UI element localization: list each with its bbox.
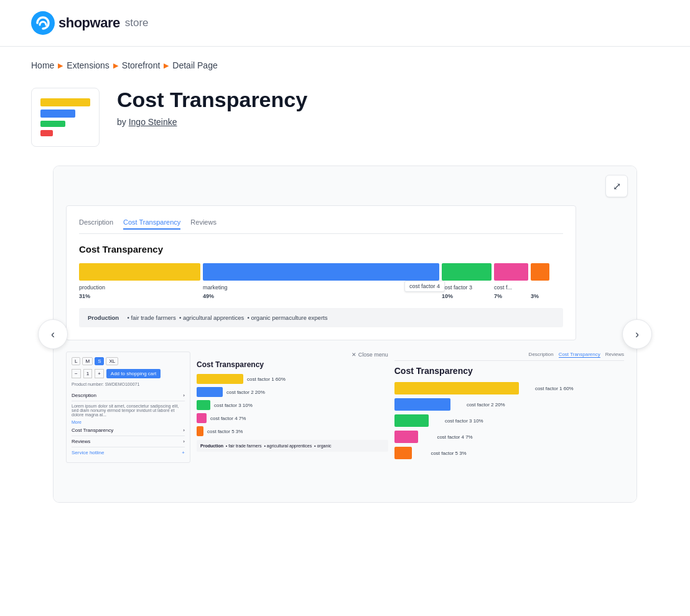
ss-qty-value: 1 <box>83 369 92 378</box>
ss-menu-description[interactable]: Description› <box>72 390 185 401</box>
screenshot-top: Description Cost Transparency Reviews Co… <box>66 205 576 340</box>
ss-right-bar-row-2: cost factor 2 20% <box>394 398 624 411</box>
ss-chart-title: Cost Transparency <box>79 244 563 254</box>
ss-close-menu[interactable]: ✕ Close menu <box>197 352 388 358</box>
ss-mini-label-cf2: cost factor 2 20% <box>226 390 265 395</box>
ss-lorem-text: Lorem ipsum dolor sit amet, consectetur … <box>72 404 185 417</box>
ss-bar-cf5 <box>531 263 549 281</box>
ss-mini-label-cf3: cost factor 3 10% <box>214 403 253 408</box>
carousel-next-button[interactable]: › <box>622 319 652 349</box>
ss-mini-bar-cf5 <box>197 426 203 436</box>
ss-detail-items: • fair trade farmers • agricultural appr… <box>126 314 328 321</box>
ss-right-label-cf4: cost factor 4 7% <box>423 434 473 440</box>
ss-pct-row: 31% 49% 10% 7% 3% <box>79 293 563 299</box>
breadcrumb-detail: Detail Page <box>172 60 217 70</box>
ss-mini-bar-cf4 <box>197 413 207 423</box>
logo-store-text: store <box>125 17 149 29</box>
ss-right-nav: Description Cost Transparency Reviews <box>394 352 624 361</box>
ss-tabs: Description Cost Transparency Reviews <box>79 218 563 234</box>
ss-size-M[interactable]: M <box>82 357 93 365</box>
main-content: ‹ ⤢ Description Cost Transparency <box>0 166 690 503</box>
ss-bar-marketing <box>203 263 439 281</box>
ss-add-to-cart-button[interactable]: Add to shopping cart <box>106 369 161 378</box>
plugin-author: by Ingo Steinke <box>117 117 307 127</box>
ss-mini-bar-row-4: cost factor 4 7% <box>197 413 388 423</box>
ss-product-number: Product number: SWDEMO100071 <box>72 382 185 386</box>
ss-service-hotline[interactable]: Service hotline+ <box>72 447 185 455</box>
ss-right-title: Cost Transparency <box>394 366 624 376</box>
ss-size-XL[interactable]: XL <box>106 357 118 365</box>
ss-size-S[interactable]: S <box>95 357 104 365</box>
breadcrumb-storefront[interactable]: Storefront <box>122 60 160 70</box>
author-link[interactable]: Ingo Steinke <box>129 117 177 127</box>
breadcrumb-sep-3: ▶ <box>164 62 169 70</box>
ss-label-cf4: cost f... <box>494 284 528 291</box>
logo-brand-text: shopware <box>58 15 120 31</box>
site-header: shopware store <box>0 0 690 47</box>
ss-right-label-cf5: cost factor 5 3% <box>417 450 467 456</box>
ss-tab-cost-transparency[interactable]: Cost Transparency <box>123 218 180 230</box>
ss-pct-production: 31% <box>79 293 200 299</box>
ss-right-bar-cf2 <box>394 398 450 411</box>
ss-mid-panel: ✕ Close menu Cost Transparency cost fact… <box>197 352 388 463</box>
carousel-wrapper: ⤢ Description Cost Transparency Reviews … <box>53 166 637 503</box>
ss-right-bar-row-5: cost factor 5 3% <box>394 447 624 459</box>
ss-right-nav-ct[interactable]: Cost Transparency <box>559 352 600 358</box>
ss-tab-reviews[interactable]: Reviews <box>190 218 217 230</box>
expand-icon: ⤢ <box>613 180 621 192</box>
logo[interactable]: shopware store <box>31 11 149 35</box>
carousel-outer: ‹ ⤢ Description Cost Transparency <box>53 166 637 503</box>
ss-menu-cost-transparency[interactable]: Cost Transparency› <box>72 425 185 436</box>
ss-mini-bar-row-2: cost factor 2 20% <box>197 387 388 397</box>
breadcrumb: Home ▶ Extensions ▶ Storefront ▶ Detail … <box>0 47 690 82</box>
ss-mini-bar-row-5: cost factor 5 3% <box>197 426 388 436</box>
ss-menu-reviews[interactable]: Reviews› <box>72 436 185 447</box>
ss-bar-production <box>79 263 200 281</box>
ss-right-bar-row-3: cost factor 3 10% <box>394 414 624 427</box>
ss-mid-title: Cost Transparency <box>197 360 388 369</box>
ss-mid-bars: cost factor 1 60% cost factor 2 20% cost… <box>197 374 388 436</box>
icon-bar-green <box>40 121 65 127</box>
ss-mini-bar-row-1: cost factor 1 60% <box>197 374 388 384</box>
ss-right-bars: cost factor 1 60% cost factor 2 20% cost… <box>394 382 624 459</box>
icon-bar-yellow <box>40 98 90 106</box>
ss-right-label-cf2: cost factor 2 20% <box>455 402 505 408</box>
svg-point-0 <box>31 11 55 35</box>
plugin-icon <box>31 88 100 147</box>
plugin-title: Cost Transparency <box>117 88 307 112</box>
ss-size-L[interactable]: L <box>72 357 80 365</box>
ss-right-nav-reviews[interactable]: Reviews <box>605 352 624 358</box>
expand-button[interactable]: ⤢ <box>605 175 628 197</box>
ss-right-bar-cf4 <box>394 431 418 443</box>
breadcrumb-extensions[interactable]: Extensions <box>67 60 109 70</box>
ss-label-cf3: cost factor 3 <box>442 284 492 291</box>
ss-right-bar-cf3 <box>394 414 429 427</box>
carousel-prev-button[interactable]: ‹ <box>38 319 68 349</box>
ss-tab-description[interactable]: Description <box>79 218 113 230</box>
ss-cart-row: − 1 + Add to shopping cart <box>72 369 185 378</box>
ss-mini-bar-cf3 <box>197 400 210 410</box>
ss-right-bar-row-1: cost factor 1 60% <box>394 382 624 394</box>
shopware-logo-icon <box>31 11 55 35</box>
ss-detail: Production • fair trade farmers • agricu… <box>79 308 563 327</box>
ss-mini-bar-row-3: cost factor 3 10% <box>197 400 388 410</box>
screenshot-bottom: L M S XL − 1 + Add to shopping cart <box>66 352 624 463</box>
ss-right-nav-desc[interactable]: Description <box>529 352 554 358</box>
ss-right-bar-cf5 <box>394 447 412 459</box>
breadcrumb-home[interactable]: Home <box>31 60 54 70</box>
ss-more-link[interactable]: More <box>72 420 82 424</box>
ss-right-bar-cf1 <box>394 382 519 394</box>
ss-right-label-cf3: cost factor 3 10% <box>434 418 483 424</box>
author-prefix: by <box>117 117 126 127</box>
ss-pct-cf4: 7% <box>494 293 528 299</box>
ss-qty-plus[interactable]: + <box>95 369 104 378</box>
ss-pct-cf3: 10% <box>442 293 492 299</box>
ss-left-panel: L M S XL − 1 + Add to shopping cart <box>66 352 190 463</box>
ss-qty-minus[interactable]: − <box>72 369 81 378</box>
carousel-inner: ⤢ Description Cost Transparency Reviews … <box>54 166 636 502</box>
ss-mini-bar-cf1 <box>197 374 243 384</box>
ss-pct-marketing: 49% <box>203 293 439 299</box>
ss-bar-cf4 <box>494 263 528 281</box>
icon-bar-red <box>40 130 53 136</box>
ss-mini-label-cf4: cost factor 4 7% <box>210 416 246 421</box>
